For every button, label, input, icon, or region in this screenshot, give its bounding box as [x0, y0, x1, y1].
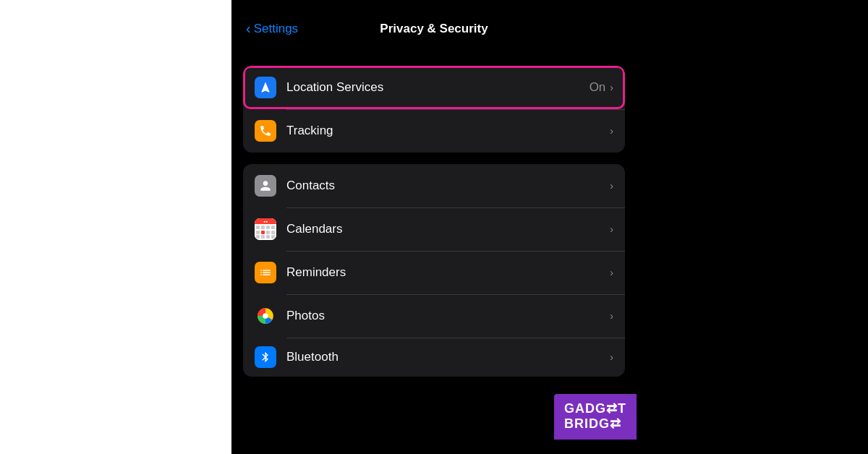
reminders-app-icon: [255, 262, 276, 283]
contacts-app-icon: [255, 175, 276, 197]
tracking-label: Tracking: [286, 124, 610, 138]
section-location: Location Services On › Tracking ›: [243, 66, 625, 153]
bluetooth-label: Bluetooth: [286, 350, 610, 364]
location-services-row-wrapper: Location Services On ›: [243, 66, 625, 109]
navigation-header: ‹ Settings Privacy & Security: [231, 0, 637, 51]
watermark: GADG⇄T BRIDG⇄: [554, 394, 637, 440]
bluetooth-chevron-icon: ›: [610, 351, 613, 363]
bluetooth-app-icon: [255, 346, 276, 368]
calendars-chevron-icon: ›: [610, 223, 613, 235]
photos-row[interactable]: Photos ›: [243, 294, 625, 338]
section-apps: Contacts › ●●: [243, 164, 625, 377]
photos-label: Photos: [286, 309, 610, 323]
reminders-chevron-icon: ›: [610, 267, 613, 278]
chevron-right-icon: ›: [610, 82, 613, 93]
contacts-label: Contacts: [286, 179, 610, 193]
reminders-label: Reminders: [286, 265, 610, 280]
location-services-value: On: [590, 80, 606, 95]
location-services-row[interactable]: Location Services On ›: [243, 66, 625, 109]
svg-point-0: [263, 313, 268, 319]
calendars-app-icon: ●●: [255, 218, 276, 240]
chevron-left-icon: ‹: [246, 20, 251, 37]
back-button[interactable]: ‹ Settings: [246, 20, 298, 37]
photos-chevron-icon: ›: [610, 310, 613, 322]
location-services-label: Location Services: [286, 80, 590, 95]
watermark-line2: BRIDG⇄: [564, 416, 626, 432]
contacts-row[interactable]: Contacts ›: [243, 164, 625, 207]
reminders-row[interactable]: Reminders ›: [243, 251, 625, 294]
contacts-chevron-icon: ›: [610, 180, 613, 192]
calendars-label: Calendars: [286, 222, 610, 236]
back-label: Settings: [254, 22, 298, 36]
photos-app-icon: [255, 305, 276, 327]
watermark-line1: GADG⇄T: [564, 401, 626, 417]
calendars-row[interactable]: ●●: [243, 207, 625, 251]
tracking-icon: [255, 120, 276, 142]
tracking-chevron-icon: ›: [610, 125, 613, 137]
location-services-icon: [255, 77, 276, 98]
bluetooth-row[interactable]: Bluetooth ›: [243, 338, 625, 377]
tracking-row[interactable]: Tracking ›: [243, 109, 625, 153]
page-title: Privacy & Security: [380, 22, 488, 36]
